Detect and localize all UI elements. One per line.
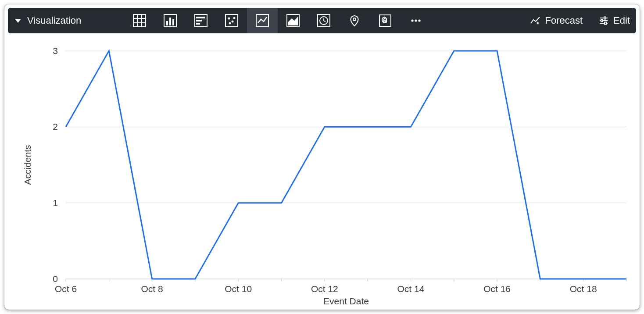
y-tick-label: 0 bbox=[53, 274, 58, 284]
x-tick-label: Oct 8 bbox=[141, 284, 163, 294]
viz-type-single-value[interactable]: 6 bbox=[370, 8, 401, 33]
y-tick-label: 2 bbox=[53, 121, 58, 132]
viz-type-area[interactable] bbox=[278, 8, 308, 33]
viz-type-table[interactable] bbox=[124, 8, 155, 33]
svg-rect-0 bbox=[133, 14, 146, 27]
x-axis-title: Event Date bbox=[323, 296, 369, 306]
forecast-button[interactable]: Forecast bbox=[530, 15, 583, 26]
visualization-toolbar: Visualization bbox=[8, 8, 636, 33]
viz-type-more[interactable] bbox=[401, 8, 431, 33]
svg-point-14 bbox=[228, 18, 230, 20]
viz-type-selector: 6 bbox=[124, 8, 431, 33]
svg-marker-20 bbox=[288, 17, 298, 25]
viz-type-column[interactable] bbox=[155, 8, 186, 33]
svg-point-16 bbox=[233, 17, 236, 19]
x-tick-label: Oct 12 bbox=[311, 284, 338, 294]
visualization-label: Visualization bbox=[27, 15, 81, 26]
x-tick-label: Oct 14 bbox=[397, 284, 425, 294]
viz-type-map[interactable] bbox=[339, 8, 370, 33]
edit-button[interactable]: Edit bbox=[598, 15, 630, 26]
viz-type-scatter[interactable] bbox=[216, 8, 247, 33]
sliders-icon bbox=[598, 15, 609, 26]
svg-point-17 bbox=[229, 22, 231, 25]
caret-down-icon bbox=[15, 19, 21, 23]
svg-point-28 bbox=[418, 19, 420, 21]
map-pin-icon bbox=[348, 14, 361, 27]
svg-rect-32 bbox=[601, 20, 603, 22]
x-tick-label: Oct 6 bbox=[55, 284, 77, 294]
clock-icon bbox=[317, 14, 330, 27]
forecast-label: Forecast bbox=[545, 15, 583, 26]
viz-type-line[interactable] bbox=[247, 8, 278, 33]
svg-point-23 bbox=[353, 18, 356, 21]
x-tick-label: Oct 10 bbox=[225, 284, 252, 294]
area-chart-icon bbox=[286, 14, 300, 27]
line-chart-icon bbox=[256, 14, 269, 27]
single-value-icon: 6 bbox=[379, 14, 392, 27]
edit-label: Edit bbox=[613, 15, 630, 26]
svg-rect-7 bbox=[169, 18, 171, 25]
visualization-dropdown[interactable]: Visualization bbox=[12, 15, 124, 26]
line-chart[interactable]: 0123Oct 6Oct 8Oct 10Oct 12Oct 14Oct 16Oc… bbox=[4, 33, 640, 310]
viz-type-timeline[interactable] bbox=[308, 8, 339, 33]
svg-point-15 bbox=[232, 21, 234, 23]
more-icon bbox=[409, 14, 422, 27]
svg-rect-34 bbox=[605, 22, 606, 25]
viz-type-bar[interactable] bbox=[186, 8, 216, 33]
x-tick-label: Oct 18 bbox=[570, 284, 597, 294]
svg-rect-10 bbox=[196, 17, 205, 18]
line-chart-svg: 0123Oct 6Oct 8Oct 10Oct 12Oct 14Oct 16Oc… bbox=[4, 33, 640, 310]
svg-rect-11 bbox=[196, 20, 202, 21]
data-series-line bbox=[66, 51, 626, 279]
svg-rect-30 bbox=[604, 17, 606, 19]
svg-point-27 bbox=[415, 19, 417, 21]
column-chart-icon bbox=[164, 14, 177, 27]
svg-text:6: 6 bbox=[383, 16, 387, 25]
bar-chart-icon bbox=[194, 14, 208, 27]
y-axis-title: Accidents bbox=[22, 145, 32, 185]
sparkle-icon bbox=[530, 15, 540, 26]
svg-rect-8 bbox=[172, 19, 174, 25]
svg-point-26 bbox=[411, 19, 413, 21]
svg-rect-6 bbox=[166, 21, 168, 25]
x-tick-label: Oct 16 bbox=[483, 284, 511, 294]
svg-rect-12 bbox=[196, 23, 200, 25]
scatter-chart-icon bbox=[225, 14, 238, 27]
visualization-panel: Visualization bbox=[4, 4, 640, 310]
y-tick-label: 1 bbox=[53, 198, 58, 208]
table-icon bbox=[133, 14, 146, 27]
y-tick-label: 3 bbox=[53, 46, 58, 56]
svg-rect-13 bbox=[225, 14, 238, 27]
